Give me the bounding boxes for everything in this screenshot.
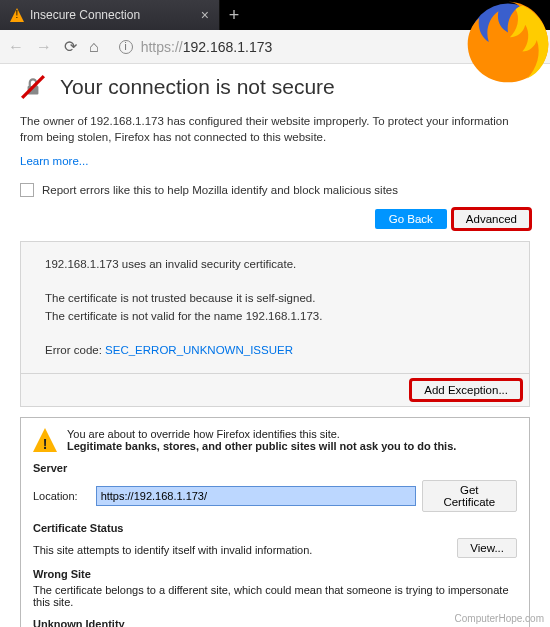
dialog-warning: Legitimate banks, stores, and other publ… — [67, 440, 456, 452]
new-tab-button[interactable]: + — [220, 0, 248, 30]
get-certificate-button[interactable]: Get Certificate — [422, 480, 517, 512]
wrong-site-heading: Wrong Site — [33, 568, 517, 580]
location-input[interactable] — [96, 486, 416, 506]
cert-msg-1: 192.168.1.173 uses an invalid security c… — [45, 257, 505, 273]
view-certificate-button[interactable]: View... — [457, 538, 517, 558]
watermark-text: ComputerHope.com — [455, 613, 544, 624]
page-content: Your connection is not secure The owner … — [0, 64, 550, 627]
back-icon[interactable]: ← — [8, 38, 24, 56]
add-exception-button[interactable]: Add Exception... — [411, 380, 521, 400]
security-exception-dialog: ! You are about to override how Firefox … — [20, 417, 530, 627]
home-icon[interactable]: ⌂ — [89, 38, 99, 56]
cert-msg-2: The certificate is not trusted because i… — [45, 291, 505, 307]
server-heading: Server — [33, 462, 517, 474]
cert-status-text: This site attempts to identify itself wi… — [33, 544, 312, 556]
warning-icon — [10, 8, 24, 22]
error-code-link[interactable]: SEC_ERROR_UNKNOWN_ISSUER — [105, 344, 293, 356]
insecure-lock-icon — [20, 74, 46, 100]
location-label: Location: — [33, 490, 90, 502]
error-code-label: Error code: — [45, 344, 105, 356]
report-errors-label: Report errors like this to help Mozilla … — [42, 184, 398, 196]
warning-triangle-icon: ! — [33, 428, 57, 452]
advanced-button[interactable]: Advanced — [453, 209, 530, 229]
dialog-about: You are about to override how Firefox id… — [67, 428, 456, 440]
unknown-identity-heading: Unknown Identity — [33, 618, 517, 627]
reload-icon[interactable]: ⟳ — [64, 37, 77, 56]
browser-tab[interactable]: Insecure Connection × — [0, 0, 220, 30]
certificate-error-panel: 192.168.1.173 uses an invalid security c… — [20, 241, 530, 407]
report-errors-checkbox[interactable] — [20, 183, 34, 197]
tab-close-icon[interactable]: × — [201, 7, 209, 23]
learn-more-link[interactable]: Learn more... — [20, 155, 88, 167]
page-title: Your connection is not secure — [60, 75, 335, 99]
go-back-button[interactable]: Go Back — [375, 209, 447, 229]
forward-icon[interactable]: → — [36, 38, 52, 56]
firefox-logo-icon — [460, 0, 550, 90]
cert-status-heading: Certificate Status — [33, 522, 517, 534]
url-host: 192.168.1.173 — [183, 39, 273, 55]
site-info-icon[interactable]: i — [119, 40, 133, 54]
cert-msg-3: The certificate is not valid for the nam… — [45, 309, 505, 325]
intro-text: The owner of 192.168.1.173 has configure… — [20, 114, 530, 145]
url-scheme: https:// — [141, 39, 183, 55]
tab-title: Insecure Connection — [30, 8, 140, 22]
wrong-site-text: The certificate belongs to a different s… — [33, 584, 517, 608]
